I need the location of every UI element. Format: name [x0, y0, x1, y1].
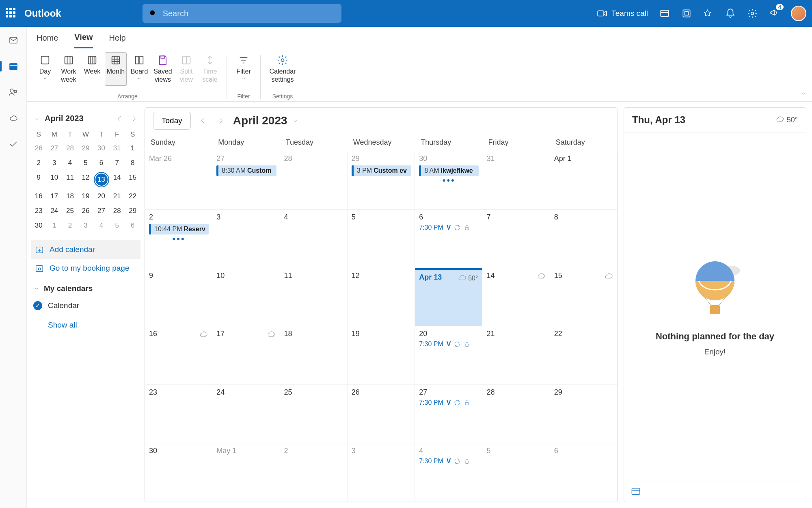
- next-month-button[interactable]: [217, 117, 225, 125]
- calendar-cell[interactable]: 8: [550, 210, 618, 268]
- saved-views-button[interactable]: Saved views: [152, 52, 174, 86]
- calendar-cell[interactable]: May 1: [212, 443, 280, 502]
- mini-cal-day[interactable]: 6: [93, 156, 109, 170]
- mini-cal-day[interactable]: 20: [93, 189, 109, 204]
- ribbon-collapse[interactable]: [800, 90, 807, 99]
- add-calendar-link[interactable]: Add calendar: [31, 240, 140, 259]
- calendar-event[interactable]: 7:30 PM V: [419, 341, 479, 348]
- calendar-cell[interactable]: 293 PMCustom ev: [348, 151, 415, 210]
- mini-cal-day[interactable]: 23: [31, 204, 47, 218]
- agenda-footer-button[interactable]: [631, 486, 641, 497]
- calendar-cell[interactable]: 5: [482, 443, 550, 502]
- today-button[interactable]: Today: [153, 112, 191, 130]
- calendar-event[interactable]: 3 PMCustom ev: [352, 165, 411, 176]
- agenda-weather[interactable]: 50°: [775, 115, 798, 124]
- calendar-event[interactable]: 8:30 AMCustom: [216, 165, 276, 176]
- calendar-cell[interactable]: 16: [145, 326, 212, 385]
- mini-cal-day[interactable]: 8: [125, 156, 140, 170]
- notifications-icon[interactable]: [725, 8, 736, 19]
- more-events[interactable]: •••: [149, 234, 209, 241]
- month-title[interactable]: April 2023: [233, 114, 299, 127]
- more-events[interactable]: •••: [419, 176, 479, 182]
- calendar-cell[interactable]: 207:30 PM V: [415, 326, 482, 385]
- rail-mail[interactable]: [7, 34, 19, 46]
- my-calendars-section[interactable]: My calendars: [31, 278, 140, 297]
- account-avatar[interactable]: [791, 6, 806, 21]
- mini-cal-day[interactable]: 2: [31, 156, 47, 170]
- calendar-checkbox[interactable]: ✓: [33, 301, 42, 310]
- mini-cal-day[interactable]: 1: [47, 218, 63, 233]
- mini-cal-day[interactable]: 13: [93, 170, 109, 189]
- tab-help[interactable]: Help: [109, 28, 126, 48]
- mini-cal-day[interactable]: 9: [31, 170, 47, 189]
- mini-cal-day[interactable]: 18: [62, 189, 78, 204]
- calendar-cell[interactable]: 210:44 PMReserv•••: [145, 210, 212, 268]
- rail-todo[interactable]: [7, 138, 19, 150]
- mini-cal-day[interactable]: 30: [93, 141, 109, 156]
- mini-cal-day[interactable]: 17: [47, 189, 63, 204]
- calendar-cell[interactable]: 21: [482, 326, 550, 385]
- calendar-cell[interactable]: 23: [145, 385, 212, 443]
- calendar-cell[interactable]: 22: [550, 326, 618, 385]
- teams-call-button[interactable]: Teams call: [597, 8, 648, 19]
- calendar-settings-button[interactable]: Calendar settings: [266, 52, 299, 86]
- mini-cal-day[interactable]: 30: [31, 218, 47, 233]
- calendar-cell[interactable]: 28: [482, 385, 550, 443]
- mini-cal-day[interactable]: 27: [93, 204, 109, 218]
- mini-cal-day[interactable]: 19: [78, 189, 94, 204]
- mini-cal-next[interactable]: [131, 115, 138, 122]
- whats-new-button[interactable]: 4: [769, 7, 780, 20]
- calendar-cell[interactable]: 19: [348, 326, 415, 385]
- show-all-link[interactable]: Show all: [31, 314, 140, 336]
- calendar-cell[interactable]: 9: [145, 268, 212, 327]
- mini-cal-day[interactable]: 14: [109, 170, 125, 189]
- calendar-event[interactable]: 8 AMlkwjeflkwe: [419, 165, 479, 176]
- view-week-button[interactable]: Week: [81, 52, 103, 86]
- mini-cal-day[interactable]: 3: [78, 218, 94, 233]
- settings-icon[interactable]: [747, 8, 758, 19]
- view-month-button[interactable]: Month: [105, 52, 127, 86]
- mini-cal-day[interactable]: 24: [47, 204, 63, 218]
- calendar-cell[interactable]: 15: [550, 268, 618, 327]
- mini-cal-day[interactable]: 31: [109, 141, 125, 156]
- calendar-event[interactable]: 10:44 PMReserv: [149, 224, 209, 234]
- mini-cal-day[interactable]: 4: [62, 156, 78, 170]
- calendar-cell[interactable]: 5: [348, 210, 415, 268]
- calendar-cell[interactable]: Apr 1: [550, 151, 618, 210]
- mini-cal-day[interactable]: 28: [109, 204, 125, 218]
- calendar-cell[interactable]: 26: [348, 385, 415, 443]
- calendar-cell[interactable]: 18: [280, 326, 348, 385]
- calendar-cell[interactable]: 31: [482, 151, 550, 210]
- calendar-cell[interactable]: 17: [212, 326, 280, 385]
- calendar-cell[interactable]: 278:30 AMCustom: [212, 151, 280, 210]
- view-work-week-button[interactable]: Work week: [58, 52, 80, 86]
- calendar-cell[interactable]: 29: [550, 385, 618, 443]
- mini-cal-day[interactable]: 26: [31, 141, 47, 156]
- mini-cal-day[interactable]: 1: [125, 141, 140, 156]
- calendar-cell[interactable]: 10: [212, 268, 280, 327]
- filter-button[interactable]: Filter: [233, 52, 255, 85]
- calendar-cell[interactable]: 11: [280, 268, 348, 327]
- calendar-cell[interactable]: Apr 1350°: [415, 268, 482, 327]
- mini-cal-prev[interactable]: [115, 115, 123, 122]
- calendar-cell[interactable]: 277:30 PM V: [415, 385, 482, 443]
- mini-cal-day[interactable]: 25: [62, 204, 78, 218]
- calendar-cell[interactable]: 47:30 PM V: [415, 443, 482, 502]
- calendar-cell[interactable]: 4: [280, 210, 348, 268]
- calendar-cell[interactable]: 7: [482, 210, 550, 268]
- mini-cal-day[interactable]: 3: [47, 156, 63, 170]
- calendar-cell[interactable]: 12: [348, 268, 415, 327]
- mini-cal-day[interactable]: 4: [93, 218, 109, 233]
- mini-cal-day[interactable]: 29: [78, 141, 94, 156]
- calendar-cell[interactable]: 25: [280, 385, 348, 443]
- calendar-cell[interactable]: 2: [280, 443, 348, 502]
- mini-cal-day[interactable]: 22: [125, 189, 140, 204]
- mini-cal-day[interactable]: 29: [125, 204, 140, 218]
- calendar-cell[interactable]: 28: [280, 151, 348, 210]
- mini-cal-day[interactable]: 6: [125, 218, 140, 233]
- calendar-cell[interactable]: Mar 26: [145, 151, 212, 210]
- calendar-event[interactable]: 7:30 PM V: [419, 224, 479, 231]
- calendar-cell[interactable]: 3: [212, 210, 280, 268]
- mini-cal-day[interactable]: 26: [78, 204, 94, 218]
- tab-view[interactable]: View: [74, 28, 93, 48]
